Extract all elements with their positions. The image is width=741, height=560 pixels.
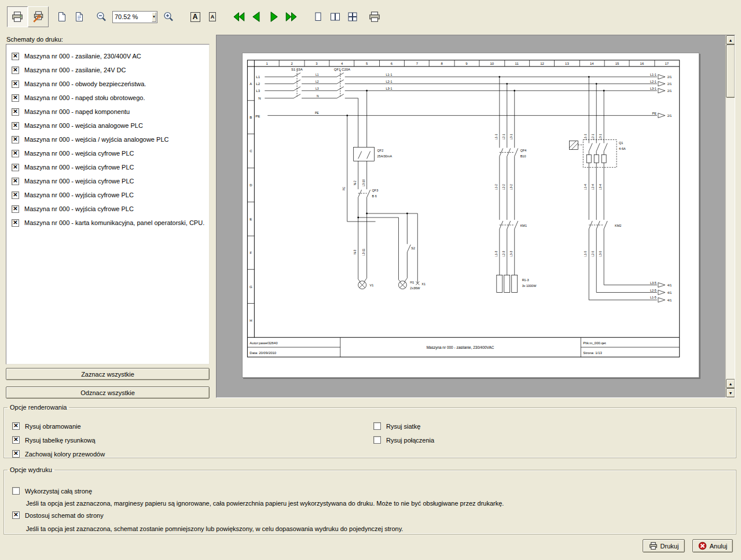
zoom-in-button[interactable] bbox=[160, 8, 177, 25]
checkbox-unchecked[interactable] bbox=[373, 436, 381, 444]
preview-options-button[interactable] bbox=[71, 8, 88, 25]
combo-dropdown-button[interactable]: ▼ bbox=[152, 12, 156, 22]
print-list[interactable]: Maszyna nr 000 - zasilanie, 230/400V AC … bbox=[6, 44, 210, 364]
component-label: R1-3 bbox=[522, 278, 529, 282]
checkbox-checked[interactable] bbox=[12, 205, 19, 213]
previous-page-button[interactable] bbox=[248, 8, 265, 25]
option-keep-wire-colors[interactable]: Zachowaj kolory przewodów bbox=[12, 450, 105, 458]
option-draw-terminals[interactable]: Rysuj połączenia bbox=[373, 436, 434, 444]
scroll-up-button[interactable]: ▲ bbox=[726, 35, 735, 45]
print-options-legend: Opcje wydruku bbox=[8, 466, 54, 473]
checkbox-checked[interactable] bbox=[12, 191, 19, 199]
list-item[interactable]: Maszyna nr 000 - napęd stołu obrotowego. bbox=[6, 91, 209, 105]
scrollbar-thumb[interactable] bbox=[726, 45, 735, 98]
fit-page-icon: A bbox=[209, 12, 216, 21]
checkbox-checked[interactable] bbox=[12, 436, 20, 444]
option-draw-titleblock[interactable]: Rysuj tabelkę rysunkową bbox=[12, 436, 96, 444]
wire-label: L3-4 bbox=[599, 184, 602, 190]
list-item[interactable]: Maszyna nr 000 - wyjścia cyfrowe PLC bbox=[6, 202, 209, 216]
grid-col-label: 16 bbox=[640, 62, 644, 65]
checkbox-checked[interactable] bbox=[12, 67, 19, 74]
component-label: X1 bbox=[421, 282, 425, 286]
last-page-button[interactable] bbox=[283, 8, 300, 25]
printer-mode-button[interactable] bbox=[7, 6, 28, 27]
zoom-value-input[interactable] bbox=[113, 13, 152, 20]
scroll-up-button-bottom[interactable]: ▲ bbox=[726, 379, 735, 388]
wire-label: L3 bbox=[316, 87, 319, 90]
option-draw-border[interactable]: Rysuj obramowanie bbox=[12, 422, 81, 430]
wire-label: L3-11 bbox=[362, 248, 365, 256]
list-item[interactable]: Maszyna nr 000 - wyjścia cyfrowe PLC bbox=[6, 188, 209, 202]
fit-page-button[interactable]: A bbox=[204, 8, 221, 25]
list-item[interactable]: Maszyna nr 000 - wejścia / wyjścia analo… bbox=[6, 132, 209, 146]
grid-col-label: 9 bbox=[465, 62, 468, 65]
checkbox-checked[interactable] bbox=[12, 511, 20, 519]
list-item[interactable]: Maszyna nr 000 - napęd komponentu bbox=[6, 105, 209, 119]
wire-label: L2-1 bbox=[502, 134, 505, 139]
checkbox-checked[interactable] bbox=[12, 53, 19, 60]
list-item[interactable]: Maszyna nr 000 - obwody bezpieczeństwa. bbox=[6, 77, 209, 91]
option-fit-to-page[interactable]: Dostosuj schemat do strony bbox=[12, 511, 104, 519]
checkbox-checked[interactable] bbox=[12, 422, 20, 430]
list-item-label: Maszyna nr 000 - zasilanie, 230/400V AC bbox=[24, 53, 141, 60]
zoom-out-button[interactable] bbox=[93, 8, 110, 25]
schematic-svg: 1 2 3 4 5 6 7 8 9 10 11 12 13 14 15 16 1… bbox=[243, 53, 699, 377]
cancel-button[interactable]: Anuluj bbox=[692, 539, 733, 552]
option-label: Dostosuj schemat do strony bbox=[25, 512, 104, 519]
arrow-up-icon: ▲ bbox=[729, 38, 733, 42]
option-use-full-page[interactable]: Wykorzystaj całą stronę bbox=[12, 487, 92, 495]
list-item[interactable]: Maszyna nr 000 - wejścia analogowe PLC bbox=[6, 119, 209, 132]
print-button[interactable]: Drukuj bbox=[643, 539, 685, 552]
component-label: 4-6A bbox=[619, 147, 626, 150]
zoom-in-icon bbox=[163, 11, 174, 23]
ref-label: L2-5 bbox=[650, 289, 656, 292]
chevron-down-icon: ▼ bbox=[152, 15, 156, 19]
checkbox-unchecked[interactable] bbox=[373, 422, 381, 430]
grid-row-label: C bbox=[250, 149, 252, 153]
zoom-combobox[interactable]: ▼ bbox=[112, 11, 157, 23]
page-setup-button[interactable] bbox=[53, 8, 71, 25]
list-item[interactable]: Maszyna nr 000 - zasilanie, 230/400V AC bbox=[6, 49, 209, 63]
option-draw-grid[interactable]: Rysuj siatkę bbox=[373, 422, 420, 430]
list-item[interactable]: Maszyna nr 000 - wejścia cyfrowe PLC bbox=[6, 160, 209, 174]
first-page-button[interactable] bbox=[230, 8, 248, 25]
four-pages-view-button[interactable] bbox=[344, 8, 361, 25]
checkbox-checked[interactable] bbox=[12, 219, 19, 227]
list-item[interactable]: Maszyna nr 000 - karta komunikacyjna, pa… bbox=[6, 216, 209, 230]
component-label: S2 bbox=[411, 246, 415, 250]
checkbox-checked[interactable] bbox=[12, 94, 19, 102]
list-item-label: Maszyna nr 000 - wejścia cyfrowe PLC bbox=[24, 150, 134, 157]
fit-width-button[interactable]: A bbox=[186, 8, 204, 25]
scroll-down-button[interactable]: ▼ bbox=[726, 388, 735, 397]
grid-col-label: 6 bbox=[391, 62, 393, 65]
two-pages-view-button[interactable] bbox=[327, 8, 344, 25]
list-item[interactable]: Maszyna nr 000 - zasilanie, 24V DC bbox=[6, 63, 209, 77]
preview-area: 1 2 3 4 5 6 7 8 9 10 11 12 13 14 15 16 1… bbox=[216, 35, 735, 398]
titleblock-author: Autor:pawel32640 bbox=[250, 341, 278, 345]
single-page-view-button[interactable] bbox=[309, 8, 327, 25]
select-all-button[interactable]: Zaznacz wszystkie bbox=[6, 368, 210, 380]
wire-label: L3-2 bbox=[509, 184, 513, 190]
next-page-button[interactable] bbox=[265, 8, 283, 25]
printer-settings-button[interactable] bbox=[28, 6, 49, 27]
checkbox-checked[interactable] bbox=[12, 80, 19, 88]
list-item-label: Maszyna nr 000 - napęd komponentu bbox=[24, 108, 130, 115]
vertical-scrollbar[interactable]: ▲ ▲ ▼ bbox=[725, 35, 735, 397]
checkbox-checked[interactable] bbox=[12, 164, 19, 171]
checkbox-checked[interactable] bbox=[12, 108, 19, 116]
deselect-all-button[interactable]: Odznacz wszystkie bbox=[6, 386, 210, 399]
checkbox-checked[interactable] bbox=[12, 150, 19, 157]
checkbox-checked[interactable] bbox=[12, 178, 19, 185]
checkbox-checked[interactable] bbox=[12, 122, 19, 130]
list-item[interactable]: Maszyna nr 000 - wejścia cyfrowe PLC bbox=[6, 146, 209, 160]
checkbox-checked[interactable] bbox=[12, 136, 19, 143]
print-toolbar-button[interactable] bbox=[366, 8, 383, 25]
component-label: 25A/30mA bbox=[377, 154, 392, 158]
checkbox-unchecked[interactable] bbox=[12, 487, 20, 495]
list-item-label: Maszyna nr 000 - napęd stołu obrotowego. bbox=[24, 94, 145, 101]
wire-label: L2 bbox=[316, 80, 319, 83]
four-pages-view-icon bbox=[347, 11, 358, 23]
wire-label: N bbox=[258, 97, 261, 100]
checkbox-checked[interactable] bbox=[12, 450, 20, 458]
list-item[interactable]: Maszyna nr 000 - wejścia cyfrowe PLC bbox=[6, 174, 209, 188]
